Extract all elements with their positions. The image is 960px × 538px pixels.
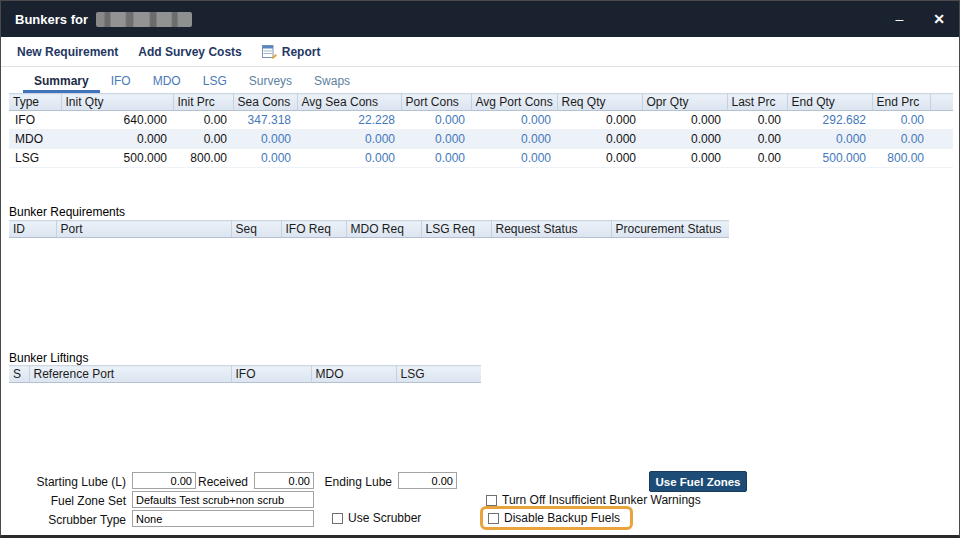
column-header-mdo[interactable]: MDO [311,366,396,383]
requirements-header-row: IDPortSeqIFO ReqMDO ReqLSG ReqRequest St… [9,221,729,238]
tab-mdo[interactable]: MDO [142,70,192,93]
summary-cell[interactable]: 0.000 [297,130,401,149]
column-header-sea-cons[interactable]: Sea Cons [233,94,297,111]
summary-cell[interactable]: 0.000 [787,130,872,149]
ending-lube-input[interactable] [398,472,457,489]
summary-cell[interactable]: 0.000 [471,130,557,149]
summary-cell[interactable]: IFO [9,111,61,130]
tab-lsg[interactable]: LSG [192,70,238,93]
column-header-init-qty[interactable]: Init Qty [61,94,173,111]
tab-ifo[interactable]: IFO [100,70,142,93]
summary-cell[interactable]: 347.318 [233,111,297,130]
report-icon [262,45,277,59]
summary-cell[interactable]: 0.000 [557,111,642,130]
turn-off-warnings-checkbox-group: Turn Off Insufficient Bunker Warnings [486,493,701,507]
summary-cell[interactable]: 0.000 [233,149,297,168]
summary-cell[interactable]: 0.00 [872,111,930,130]
summary-cell[interactable]: 0.000 [642,130,727,149]
column-header-req-qty[interactable]: Req Qty [557,94,642,111]
fuel-zone-set-label: Fuel Zone Set [1,494,128,508]
close-icon[interactable]: ✕ [933,12,945,26]
use-scrubber-label: Use Scrubber [348,511,421,525]
summary-cell[interactable]: 0.00 [872,130,930,149]
toolbar: New Requirement Add Survey Costs Report [1,37,959,67]
summary-header-row: TypeInit QtyInit PrcSea ConsAvg Sea Cons… [9,94,953,111]
column-header-port-cons[interactable]: Port Cons [401,94,471,111]
column-header-request-status[interactable]: Request Status [491,221,611,238]
column-header-s[interactable]: S [9,366,29,383]
column-header-ifo[interactable]: IFO [231,366,311,383]
summary-cell[interactable]: 0.00 [173,130,233,149]
column-header-opr-qty[interactable]: Opr Qty [642,94,727,111]
summary-cell[interactable]: 800.00 [872,149,930,168]
summary-cell[interactable]: 0.00 [173,111,233,130]
summary-cell[interactable]: 0.000 [557,130,642,149]
summary-cell[interactable]: 0.00 [727,130,787,149]
summary-cell[interactable]: 0.000 [401,111,471,130]
column-header-last-prc[interactable]: Last Prc [727,94,787,111]
scrubber-type-label: Scrubber Type [1,513,128,527]
fuel-zone-set-input[interactable] [132,491,314,508]
summary-row: IFO640.0000.00347.31822.2280.0000.0000.0… [9,111,953,130]
summary-cell[interactable]: 0.00 [727,149,787,168]
summary-cell[interactable]: 292.682 [787,111,872,130]
tab-surveys[interactable]: Surveys [238,70,303,93]
report-button[interactable]: Report [262,45,321,59]
disable-backup-fuels-checkbox[interactable] [488,513,499,524]
new-requirement-button[interactable]: New Requirement [17,45,118,59]
tab-summary[interactable]: Summary [23,70,100,93]
summary-cell[interactable]: 500.000 [787,149,872,168]
add-survey-costs-button[interactable]: Add Survey Costs [138,45,241,59]
summary-cell[interactable]: 500.000 [61,149,173,168]
summary-cell[interactable]: 0.000 [557,149,642,168]
disable-backup-fuels-highlight: Disable Backup Fuels [480,506,633,530]
filler-cell [930,111,953,130]
summary-row: MDO0.0000.000.0000.0000.0000.0000.0000.0… [9,130,953,149]
bunkers-dialog: Bunkers for – ✕ New Requirement Add Surv… [0,0,960,538]
bunker-requirements-title: Bunker Requirements [9,205,125,219]
summary-cell[interactable]: 0.000 [642,111,727,130]
received-label: Received [172,475,250,489]
tab-bar: SummaryIFOMDOLSGSurveysSwaps [23,67,361,93]
title-bar: Bunkers for – ✕ [1,1,959,37]
summary-cell[interactable]: 800.00 [173,149,233,168]
summary-cell[interactable]: 0.00 [727,111,787,130]
use-fuel-zones-button[interactable]: Use Fuel Zones [649,471,747,492]
summary-cell[interactable]: 22.228 [297,111,401,130]
summary-cell[interactable]: 0.000 [471,111,557,130]
column-header-init-prc[interactable]: Init Prc [173,94,233,111]
column-header-procurement-status[interactable]: Procurement Status [611,221,729,238]
column-header-ifo-req[interactable]: IFO Req [281,221,346,238]
column-header-type[interactable]: Type [9,94,61,111]
filler-cell [930,130,953,149]
summary-cell[interactable]: 0.000 [297,149,401,168]
column-header-reference-port[interactable]: Reference Port [29,366,231,383]
column-header-end-prc[interactable]: End Prc [872,94,930,111]
column-header-mdo-req[interactable]: MDO Req [346,221,421,238]
column-header-port[interactable]: Port [56,221,231,238]
column-header-end-qty[interactable]: End Qty [787,94,872,111]
scrubber-type-input[interactable] [132,510,314,527]
tab-swaps[interactable]: Swaps [303,70,361,93]
summary-cell[interactable]: 0.000 [471,149,557,168]
minimize-icon[interactable]: – [895,12,903,26]
summary-cell[interactable]: MDO [9,130,61,149]
turn-off-warnings-checkbox[interactable] [486,495,497,506]
summary-cell[interactable]: 0.000 [61,130,173,149]
column-header-id[interactable]: ID [9,221,56,238]
summary-cell[interactable]: 0.000 [233,130,297,149]
use-scrubber-checkbox[interactable] [332,513,343,524]
summary-cell[interactable]: 0.000 [642,149,727,168]
summary-cell[interactable]: 640.000 [61,111,173,130]
received-input[interactable] [254,472,314,489]
column-header-avg-port-cons[interactable]: Avg Port Cons [471,94,557,111]
column-header-lsg[interactable]: LSG [396,366,481,383]
summary-cell[interactable]: 0.000 [401,149,471,168]
summary-cell[interactable]: LSG [9,149,61,168]
column-header-avg-sea-cons[interactable]: Avg Sea Cons [297,94,401,111]
column-header-lsg-req[interactable]: LSG Req [421,221,491,238]
filler-cell [930,149,953,168]
use-scrubber-checkbox-group: Use Scrubber [332,511,421,525]
summary-cell[interactable]: 0.000 [401,130,471,149]
column-header-seq[interactable]: Seq [231,221,281,238]
